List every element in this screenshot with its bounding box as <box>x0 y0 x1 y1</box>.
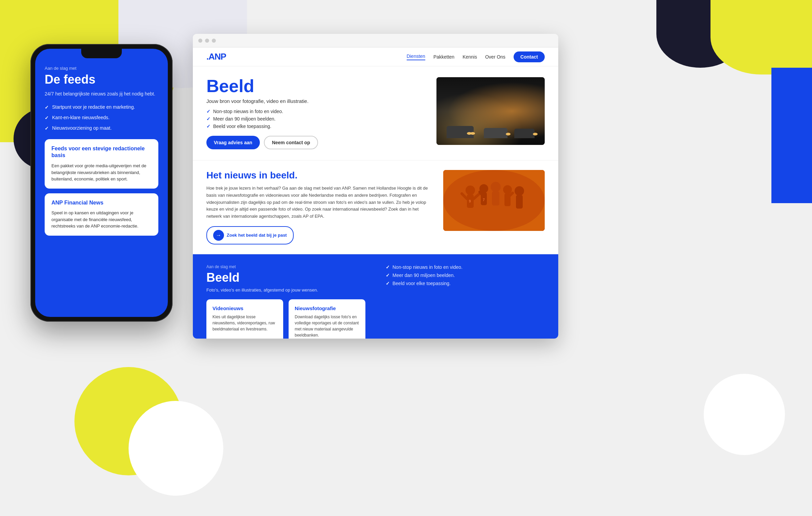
soccer-img-bg: 9 7 <box>443 170 545 231</box>
phone-check-3: Nieuwsvoorziening op maat. <box>45 125 158 131</box>
svg-point-10 <box>515 186 524 196</box>
anp-hero-section: Beeld Jouw bron voor fotografie, video e… <box>193 66 558 160</box>
svg-rect-7 <box>492 191 499 206</box>
hero-check-2: Meer dan 90 miljoen beelden. <box>206 116 426 122</box>
anp-blue-layout: Aan de slag met Beeld Foto's, video's en… <box>206 264 545 339</box>
phone-check-1: Startpunt voor je redactie en marketing. <box>45 104 158 110</box>
hero-buttons: Vraag advies aan Neem contact op <box>206 136 426 149</box>
blue-desc: Foto's, video's en illustraties, afgeste… <box>206 287 365 293</box>
bg-blue-right <box>771 68 812 203</box>
phone-screen: Aan de slag met De feeds 24/7 het belang… <box>35 49 168 317</box>
hero-check-3: Beeld voor elke toepassing. <box>206 124 426 129</box>
hero-img-trucks <box>443 111 538 138</box>
svg-point-2 <box>466 186 475 195</box>
blue-card-1: Videonieuws Kies uit dagelijkse losse ni… <box>206 299 283 339</box>
phone-title: De feeds <box>45 73 158 86</box>
blue-check-2: Meer dan 90 miljoen beelden. <box>386 273 545 278</box>
bg-white-right-circle <box>704 374 785 455</box>
section-title: Het nieuws in beeld. <box>206 170 433 181</box>
phone-card-2-title: ANP Financial News <box>51 199 152 207</box>
phone-mockup: Aan de slag met De feeds 24/7 het belang… <box>30 44 173 322</box>
hero-primary-button[interactable]: Vraag advies aan <box>206 136 260 149</box>
svg-text:9: 9 <box>469 199 471 203</box>
browser-dot-green <box>212 39 216 43</box>
phone-card-1-title: Feeds voor een stevige redactionele basi… <box>51 145 152 159</box>
arrow-icon: → <box>213 230 224 241</box>
blue-card-2-text: Download dagelijks losse foto's en volle… <box>295 314 359 338</box>
hero-outline-button[interactable]: Neem contact op <box>264 136 318 149</box>
blue-check-3: Beeld voor elke toepassing. <box>386 281 545 286</box>
anp-nav: .ANP Diensten Pakketten Kennis Over Ons … <box>193 47 558 66</box>
blue-card-2: Nieuwsfotografie Download dagelijks loss… <box>289 299 365 339</box>
blue-title: Beeld <box>206 271 365 285</box>
hero-title: Beeld <box>206 77 426 95</box>
browser-dot-yellow <box>205 39 209 43</box>
blue-label: Aan de slag met <box>206 264 365 269</box>
anp-nav-links: Diensten Pakketten Kennis Over Ons Conta… <box>407 51 545 62</box>
section-link-label: Zoek het beeld dat bij je past <box>227 233 287 238</box>
browser-mockup: .ANP Diensten Pakketten Kennis Over Ons … <box>193 34 558 339</box>
soccer-svg: 9 7 <box>443 170 545 231</box>
hero-image <box>436 77 545 145</box>
nav-link-over-ons[interactable]: Over Ons <box>485 54 505 60</box>
nav-link-kennis[interactable]: Kennis <box>463 54 477 60</box>
svg-text:7: 7 <box>483 198 485 202</box>
anp-blue-left: Aan de slag met Beeld Foto's, video's en… <box>206 264 365 339</box>
svg-point-8 <box>503 185 512 194</box>
phone-description: 24/7 het belangrijkste nieuws zoals jij … <box>45 90 158 98</box>
section-image: 9 7 <box>443 170 545 231</box>
browser-toolbar <box>193 34 558 47</box>
svg-rect-11 <box>516 195 523 209</box>
phone-card-2-text: Speel in op kansen en uitdagingen voor j… <box>51 210 152 230</box>
anp-blue-cards: Videonieuws Kies uit dagelijkse losse ni… <box>206 299 365 339</box>
blue-card-2-title: Nieuwsfotografie <box>295 305 359 311</box>
browser-body: .ANP Diensten Pakketten Kennis Over Ons … <box>193 47 558 339</box>
blue-card-1-title: Videonieuws <box>212 305 277 311</box>
phone-card-1: Feeds voor een stevige redactionele basi… <box>45 139 158 189</box>
nav-link-pakketten[interactable]: Pakketten <box>433 54 454 60</box>
section-link-button[interactable]: → Zoek het beeld dat bij je past <box>206 226 294 244</box>
nav-link-diensten[interactable]: Diensten <box>407 53 425 60</box>
hero-subtitle: Jouw bron voor fotografie, video en illu… <box>206 98 426 104</box>
phone-checklist: Startpunt voor je redactie en marketing.… <box>45 104 158 131</box>
phone-outer: Aan de slag met De feeds 24/7 het belang… <box>30 44 173 322</box>
phone-card-1-text: Een pakket voor grote media-uitgeverijen… <box>51 163 152 182</box>
svg-point-6 <box>491 182 501 192</box>
blue-checklist: Non-stop nieuws in foto en video. Meer d… <box>386 264 545 286</box>
hero-checklist: Non-stop nieuws in foto en video. Meer d… <box>206 109 426 129</box>
section-content: Het nieuws in beeld. Hoe trek je jouw le… <box>206 170 433 244</box>
phone-card-2: ANP Financial News Speel in op kansen en… <box>45 193 158 236</box>
phone-check-2: Kant-en-klare nieuwsfeeds. <box>45 115 158 121</box>
phone-label: Aan de slag met <box>45 66 158 71</box>
phone-content: Aan de slag met De feeds 24/7 het belang… <box>35 49 168 317</box>
bg-yellow-top-right <box>710 0 812 74</box>
anp-logo: .ANP <box>206 51 226 62</box>
browser-dot-red <box>198 39 202 43</box>
blue-card-1-text: Kies uit dagelijkse losse nieuwsitems, v… <box>212 314 277 332</box>
bg-white-circle <box>129 401 223 496</box>
blue-check-1: Non-stop nieuws in foto en video. <box>386 264 545 270</box>
phone-notch <box>81 49 122 58</box>
hero-check-1: Non-stop nieuws in foto en video. <box>206 109 426 114</box>
nav-contact-button[interactable]: Contact <box>514 51 545 62</box>
anp-hero-content: Beeld Jouw bron voor fotografie, video e… <box>206 77 426 149</box>
anp-section-middle: Het nieuws in beeld. Hoe trek je jouw le… <box>193 160 558 254</box>
anp-blue-section: Aan de slag met Beeld Foto's, video's en… <box>193 254 558 339</box>
anp-blue-right: Non-stop nieuws in foto en video. Meer d… <box>386 264 545 339</box>
section-text: Hoe trek je jouw lezers in het verhaal? … <box>206 185 433 220</box>
